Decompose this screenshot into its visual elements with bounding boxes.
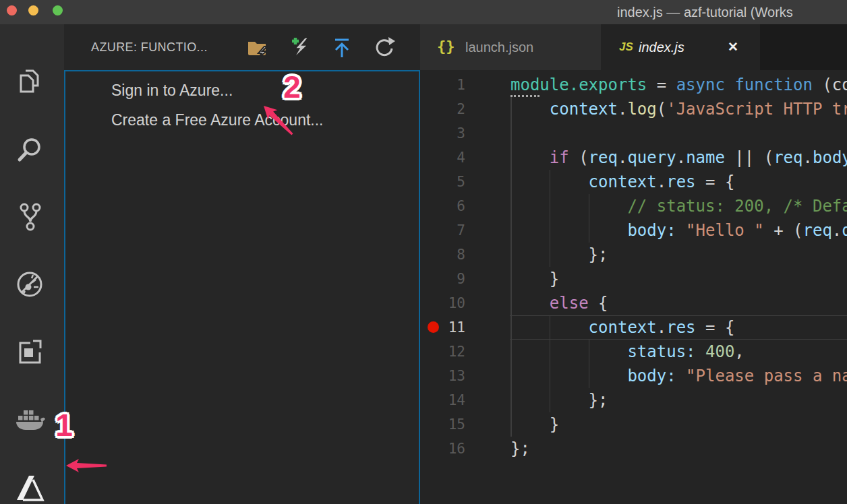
sign-in-to-azure-link[interactable]: Sign in to Azure...	[65, 75, 419, 105]
indent-guide	[550, 243, 551, 267]
extensions-icon	[14, 337, 45, 368]
code-text: if (req.query.name || (req.body	[550, 146, 847, 170]
code-line[interactable]: 11context.res = {	[420, 315, 847, 340]
tab-launch-json[interactable]: {} launch.json	[420, 24, 601, 70]
tab-index-js[interactable]: JS index.js ✕	[601, 24, 760, 70]
minimize-window-button[interactable]	[28, 5, 38, 15]
indent-guide	[550, 388, 551, 412]
window-title: index.js — azf-tutorial (Works	[617, 0, 793, 24]
sidebar-item-explorer[interactable]	[14, 66, 45, 97]
code-line[interactable]: 10else {	[420, 291, 847, 315]
deploy-upload-icon	[330, 36, 353, 59]
sidebar-item-azure[interactable]	[14, 472, 45, 503]
code-text: };	[589, 243, 608, 267]
close-tab-icon[interactable]: ✕	[728, 24, 738, 70]
line-number[interactable]: 1	[420, 73, 465, 97]
refresh-icon	[373, 36, 396, 59]
indent-guide	[510, 388, 512, 412]
search-icon	[14, 134, 45, 165]
code-text: }	[550, 267, 559, 291]
indent-guide	[510, 218, 512, 243]
create-new-project-button[interactable]	[246, 36, 269, 59]
vscode-window: index.js — azf-tutorial (Works	[0, 0, 847, 504]
code-text: };	[510, 437, 530, 461]
indent-guide	[589, 218, 590, 243]
indent-guide	[550, 194, 551, 218]
deploy-to-function-app-button[interactable]	[330, 36, 353, 59]
code-editor[interactable]: 1module.exports = async function (co2con…	[420, 70, 847, 504]
tab-bar: {} launch.json JS index.js ✕	[420, 24, 847, 70]
close-window-button[interactable]	[7, 5, 17, 15]
indent-guide	[550, 218, 551, 243]
line-number[interactable]: 4	[420, 146, 465, 170]
sidebar-title: AZURE: FUNCTIO...	[91, 24, 208, 70]
indent-guide	[510, 340, 512, 364]
code-line[interactable]: 12status: 400,	[420, 340, 847, 364]
indent-guide	[510, 170, 512, 194]
line-number[interactable]: 7	[420, 218, 465, 243]
code-line[interactable]: 14};	[420, 388, 847, 412]
refresh-button[interactable]	[373, 36, 396, 59]
js-file-icon: JS	[619, 24, 633, 70]
line-number[interactable]: 14	[420, 388, 465, 412]
sidebar-item-source-control[interactable]	[14, 201, 45, 232]
code-line[interactable]: 1module.exports = async function (co	[420, 73, 847, 97]
debug-disabled-icon	[14, 269, 45, 300]
code-line[interactable]: 5context.res = {	[420, 170, 847, 194]
code-line[interactable]: 2context.log('JavaScript HTTP tr	[420, 97, 847, 121]
code-line[interactable]: 13body: "Please pass a na	[420, 364, 847, 388]
editor-group: {} launch.json JS index.js ✕ 1module.exp…	[420, 24, 847, 504]
line-number[interactable]: 6	[420, 194, 465, 218]
sidebar-item-search[interactable]	[14, 134, 45, 165]
code-line[interactable]: 15}	[420, 412, 847, 437]
line-number[interactable]: 8	[420, 243, 465, 267]
indent-guide	[589, 364, 590, 388]
create-free-azure-account-link[interactable]: Create a Free Azure Account...	[65, 105, 419, 135]
indent-guide	[589, 340, 590, 364]
line-number[interactable]: 9	[420, 267, 465, 291]
line-number[interactable]: 13	[420, 364, 465, 388]
line-number[interactable]: 16	[420, 437, 465, 461]
create-function-button[interactable]	[290, 36, 313, 59]
azure-icon	[14, 472, 45, 503]
code-text: body: "Hello " + (req.q	[627, 218, 847, 243]
code-line[interactable]: 9}	[420, 267, 847, 291]
activity-bar	[0, 24, 64, 504]
create-function-bolt-icon	[290, 36, 313, 59]
line-number[interactable]: 2	[420, 97, 465, 121]
line-number[interactable]: 12	[420, 340, 465, 364]
indent-guide	[510, 364, 512, 388]
sidebar-item-docker[interactable]	[14, 404, 45, 435]
code-line[interactable]: 6// status: 200, /* Defa	[420, 194, 847, 218]
code-text: };	[589, 388, 608, 412]
code-line[interactable]: 16};	[420, 437, 847, 461]
indent-guide	[510, 267, 512, 291]
line-number[interactable]: 15	[420, 412, 465, 437]
code-text: context.res = {	[589, 170, 735, 194]
step-1-badge: 1	[55, 407, 73, 443]
indent-guide	[510, 243, 512, 267]
indent-guide	[550, 340, 551, 364]
code-line[interactable]: 4if (req.query.name || (req.body	[420, 146, 847, 170]
docker-icon	[14, 404, 45, 435]
code-lines: 1module.exports = async function (co2con…	[420, 73, 847, 461]
code-line[interactable]: 3	[420, 121, 847, 146]
code-line[interactable]: 7body: "Hello " + (req.q	[420, 218, 847, 243]
explorer-icon	[14, 66, 45, 97]
sidebar-item-extensions[interactable]	[14, 337, 45, 368]
code-text: status: 400,	[627, 340, 744, 364]
line-number[interactable]: 11	[420, 315, 465, 340]
line-number[interactable]: 10	[420, 291, 465, 315]
code-text: module.exports = async function (co	[510, 73, 847, 97]
new-project-folder-icon	[246, 36, 269, 59]
line-number[interactable]: 5	[420, 170, 465, 194]
sidebar-header: AZURE: FUNCTIO...	[64, 24, 420, 70]
line-number[interactable]: 3	[420, 121, 465, 146]
indent-guide	[510, 315, 512, 340]
zoom-window-button[interactable]	[53, 5, 63, 15]
code-text: context.res = {	[589, 315, 735, 340]
indent-guide	[550, 364, 551, 388]
code-line[interactable]: 8};	[420, 243, 847, 267]
indent-guide	[510, 121, 512, 146]
sidebar-item-debug[interactable]	[14, 269, 45, 300]
